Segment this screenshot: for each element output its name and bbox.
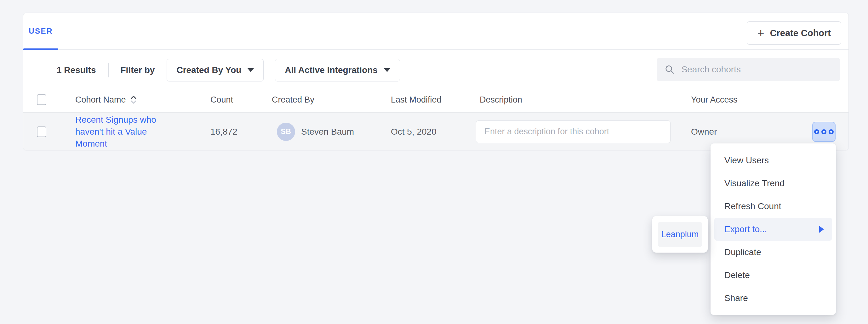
caret-down-icon (384, 68, 390, 72)
filter-bar: 1 Results Filter by Created By You All A… (57, 59, 411, 81)
tab-user[interactable]: USER (23, 13, 58, 49)
menu-item-duplicate[interactable]: Duplicate (714, 241, 832, 263)
description-input[interactable] (476, 120, 671, 143)
column-description: Description (480, 87, 522, 112)
create-cohort-button[interactable]: + Create Cohort (747, 22, 841, 45)
select-all-wrapper (37, 87, 46, 112)
submenu-item-leanplum[interactable]: Leanplum (658, 222, 702, 247)
row-checkbox-wrapper (37, 113, 46, 151)
ellipsis-icon (829, 129, 834, 134)
menu-item-share[interactable]: Share (714, 287, 832, 310)
results-count: 1 Results (57, 65, 96, 75)
last-modified-cell: Oct 5, 2020 (391, 113, 436, 151)
avatar-wrapper: SB (277, 113, 295, 151)
create-cohort-label: Create Cohort (770, 28, 831, 38)
integrations-dropdown-value: All Active Integrations (285, 65, 378, 75)
menu-item-delete[interactable]: Delete (714, 263, 832, 287)
column-last-modified: Last Modified (391, 87, 441, 112)
cohorts-panel: USER + Create Cohort 1 Results Filter by… (23, 12, 849, 150)
plus-icon: + (757, 27, 764, 39)
created-by-cell: Steven Baum (301, 113, 354, 151)
cohort-name-link[interactable]: Recent Signups who haven't hit a Value M… (75, 114, 160, 150)
avatar: SB (277, 123, 295, 141)
count-cell: 16,872 (210, 113, 238, 151)
column-count: Count (210, 87, 233, 112)
search-cohorts-box (657, 58, 840, 81)
menu-item-refresh-count[interactable]: Refresh Count (714, 195, 832, 218)
row-checkbox[interactable] (37, 127, 46, 137)
ellipsis-icon (822, 129, 827, 134)
active-tab-underline (23, 48, 58, 50)
cohort-name-cell: Recent Signups who haven't hit a Value M… (75, 113, 160, 151)
sort-icon[interactable] (130, 95, 137, 104)
column-cohort-name[interactable]: Cohort Name (75, 87, 137, 112)
menu-item-export-to[interactable]: Export to... (714, 218, 832, 241)
filter-by-label: Filter by (121, 65, 155, 75)
row-actions-button[interactable] (812, 122, 836, 142)
column-cohort-name-label: Cohort Name (75, 95, 126, 105)
created-by-dropdown[interactable]: Created By You (166, 59, 264, 81)
tab-bar: USER + Create Cohort (23, 13, 848, 50)
table-header: Cohort Name Count Created By Last Modifi… (23, 87, 848, 112)
integrations-dropdown[interactable]: All Active Integrations (275, 59, 400, 81)
select-all-checkbox[interactable] (37, 94, 46, 105)
submenu-arrow-icon (819, 226, 824, 233)
description-cell (476, 113, 671, 151)
menu-item-visualize-trend[interactable]: Visualize Trend (714, 172, 832, 195)
menu-item-view-users[interactable]: View Users (714, 149, 832, 172)
row-actions-menu: View Users Visualize Trend Refresh Count… (711, 143, 836, 315)
search-icon (665, 64, 675, 75)
search-input[interactable] (682, 65, 832, 75)
export-submenu: Leanplum (652, 216, 708, 253)
menu-item-export-to-label: Export to... (724, 224, 767, 235)
divider (108, 63, 108, 77)
ellipsis-icon (814, 129, 819, 134)
created-by-dropdown-value: Created By You (176, 65, 241, 75)
caret-down-icon (248, 68, 254, 72)
column-your-access: Your Access (691, 87, 738, 112)
column-created-by: Created By (272, 87, 314, 112)
